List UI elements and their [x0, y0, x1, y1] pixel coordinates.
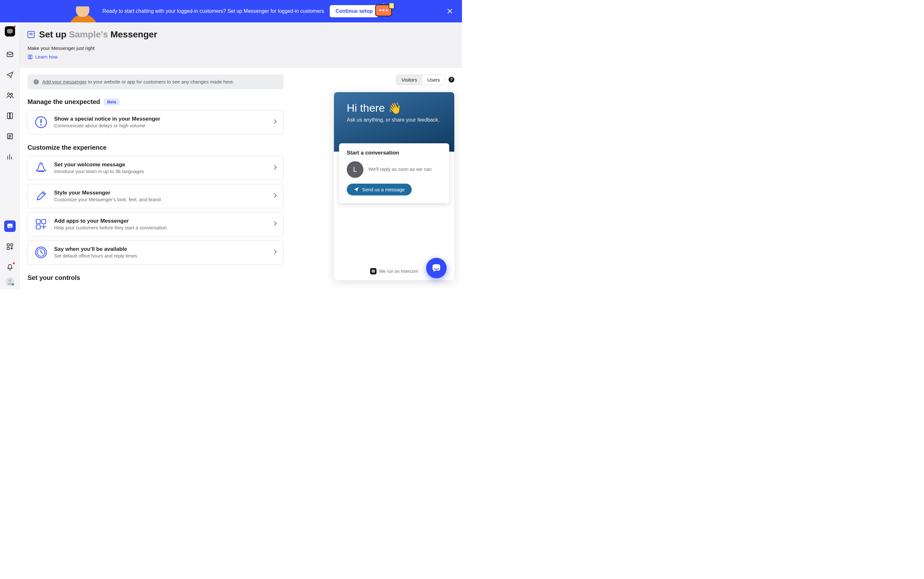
svg-rect-11 [11, 244, 13, 246]
sidebar-item-reports[interactable] [4, 151, 16, 162]
send-icon [354, 187, 359, 192]
svg-point-20 [40, 124, 42, 125]
close-icon[interactable] [446, 7, 454, 15]
card-add-apps[interactable]: Add apps to your Messenger Help your cus… [28, 212, 284, 236]
add-messenger-link[interactable]: Add your messenger [42, 79, 87, 85]
preview-avatar: L [347, 161, 363, 178]
card-special-notice[interactable]: Show a special notice in your Messenger … [28, 110, 284, 134]
intercom-mark-icon [370, 268, 376, 275]
svg-rect-23 [36, 225, 40, 229]
wave-icon: 👋 [388, 102, 402, 114]
sidebar-item-messenger[interactable] [4, 221, 16, 232]
messenger-icon [432, 263, 441, 273]
messenger-setup-icon [28, 31, 34, 38]
svg-point-7 [11, 93, 13, 95]
page-header: Set up Sample's Messenger Make your Mess… [20, 22, 462, 67]
messenger-preview: Hi there👋 Ask us anything, or share your… [334, 92, 454, 280]
user-avatar[interactable] [6, 277, 14, 286]
svg-rect-17 [36, 82, 36, 83]
sidebar-item-notifications[interactable] [4, 261, 16, 273]
sidebar-item-articles[interactable] [4, 110, 16, 121]
clock-icon [34, 246, 48, 259]
chevron-right-icon [274, 249, 277, 255]
preview-conversation-card: Start a conversation L We'll reply as so… [339, 143, 449, 203]
card-desc: Introduce your team in up to 38 language… [54, 168, 268, 174]
visitors-users-toggle: Visitors Users [396, 75, 445, 85]
card-title: Set your welcome message [54, 162, 268, 168]
send-message-button[interactable]: Send us a message [347, 183, 412, 195]
sidebar-item-inbox[interactable] [4, 49, 16, 60]
svg-rect-22 [42, 219, 46, 224]
svg-rect-10 [7, 244, 9, 246]
preview-toggle-row: Visitors Users ? [396, 75, 454, 85]
alert-circle-icon [34, 116, 48, 129]
notification-dot-icon [13, 262, 15, 264]
pencil-icon [34, 190, 48, 203]
svg-rect-9 [7, 224, 13, 228]
svg-rect-21 [36, 219, 40, 224]
card-style-messenger[interactable]: Style your Messenger Customize your Mess… [28, 184, 284, 208]
page-subtitle: Make your Messenger just right [28, 46, 454, 51]
card-title: Say when you'll be available [54, 246, 268, 252]
apps-grid-icon [34, 218, 48, 231]
toggle-visitors[interactable]: Visitors [396, 75, 422, 85]
svg-rect-19 [40, 119, 42, 123]
card-desc: Set default office hours and reply times [54, 253, 268, 258]
svg-point-3 [386, 9, 388, 11]
svg-rect-12 [7, 247, 9, 250]
section-heading-customize: Customize the experience [28, 144, 284, 151]
beta-badge: Beta [104, 98, 120, 105]
info-bar-text: to your website or app for customers to … [87, 79, 234, 85]
preview-greeting: Hi there👋 [347, 102, 441, 114]
help-icon[interactable]: ? [448, 77, 454, 83]
sidebar [0, 22, 20, 290]
card-title: Show a special notice in your Messenger [54, 116, 268, 122]
preview-header: Hi there👋 Ask us anything, or share your… [334, 92, 454, 152]
info-icon [33, 79, 39, 85]
intercom-logo-icon[interactable] [5, 26, 15, 36]
section-heading-controls: Set your controls [28, 274, 284, 281]
main-content: Set up Sample's Messenger Make your Mess… [20, 22, 462, 290]
card-welcome-message[interactable]: Set your welcome message Introduce your … [28, 156, 284, 180]
toggle-users[interactable]: Users [422, 75, 445, 85]
banner-illustration [373, 3, 396, 19]
card-desc: Communicate about delays or high volume [54, 123, 268, 128]
chevron-right-icon [274, 221, 277, 227]
preview-subtitle: Ask us anything, or share your feedback. [347, 117, 441, 123]
section-heading-manage: Manage the unexpected Beta [28, 98, 284, 106]
svg-point-2 [382, 9, 384, 11]
banner-text: Ready to start chatting with your logged… [102, 8, 324, 14]
svg-rect-4 [389, 3, 394, 9]
messenger-launcher-fab[interactable] [426, 258, 446, 278]
svg-point-14 [9, 279, 11, 282]
book-icon [28, 54, 33, 59]
sidebar-item-contacts[interactable] [4, 90, 16, 101]
top-banner: Ready to start chatting with your logged… [0, 0, 462, 22]
svg-marker-5 [382, 3, 386, 4]
bell-icon [34, 161, 48, 175]
svg-rect-26 [433, 264, 440, 271]
sidebar-item-outbound[interactable] [4, 69, 16, 81]
page-title: Set up Sample's Messenger [28, 29, 454, 40]
card-title: Add apps to your Messenger [54, 218, 268, 224]
preview-card-title: Start a conversation [347, 150, 441, 156]
card-office-hours[interactable]: Say when you'll be available Set default… [28, 240, 284, 265]
chevron-right-icon [274, 119, 277, 125]
card-title: Style your Messenger [54, 190, 268, 196]
sidebar-item-operator[interactable] [4, 131, 16, 142]
learn-how-link[interactable]: Learn how [28, 54, 57, 59]
banner-avatar-illustration [69, 7, 98, 22]
info-bar: Add your messenger to your website or ap… [28, 75, 284, 89]
svg-point-16 [36, 80, 36, 81]
svg-point-6 [7, 93, 10, 95]
svg-point-1 [379, 9, 381, 11]
preview-reply-text: We'll reply as soon as we can [369, 166, 432, 172]
continue-setup-button[interactable]: Continue setup [330, 5, 378, 17]
card-desc: Customize your Messenger's look, feel, a… [54, 197, 268, 202]
chevron-right-icon [274, 165, 277, 171]
sidebar-item-app-store[interactable] [4, 241, 16, 252]
chevron-right-icon [274, 193, 277, 199]
card-desc: Help your customers before they start a … [54, 225, 268, 230]
